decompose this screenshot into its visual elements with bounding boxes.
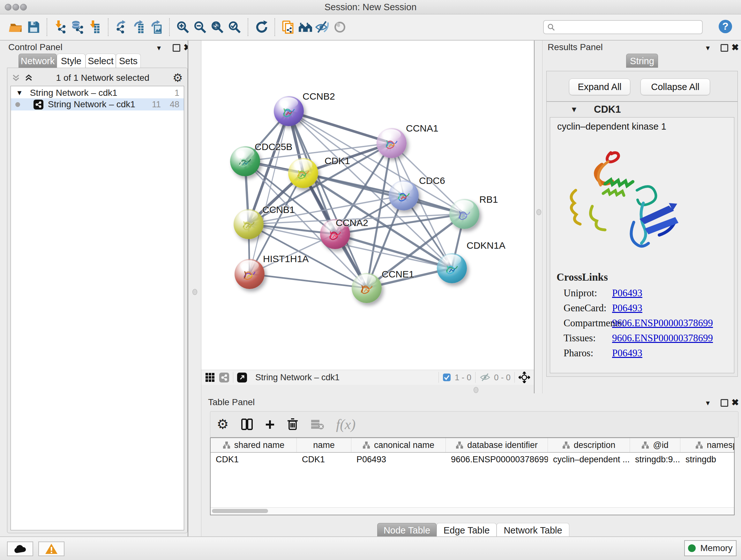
table-panel-close-icon[interactable]: ✖ — [731, 397, 739, 408]
node-label-RB1: RB1 — [479, 194, 498, 205]
save-session-button[interactable] — [25, 18, 42, 36]
expand-all-icon[interactable] — [24, 74, 33, 82]
bottom-splitter-handle[interactable] — [474, 387, 478, 393]
current-network-dot-icon — [15, 102, 20, 107]
export-table-button[interactable] — [130, 18, 147, 36]
cloud-button[interactable] — [7, 542, 33, 556]
table-panel-menu-icon[interactable]: ▾ — [706, 398, 710, 408]
table-horizontal-scrollbar[interactable] — [211, 507, 734, 515]
edge-CCNB2-CCNA1[interactable] — [289, 111, 392, 143]
import-network-from-database-button[interactable] — [69, 18, 86, 36]
right-splitter[interactable] — [534, 41, 542, 393]
show-eye-button[interactable] — [331, 18, 348, 36]
crosslink-label: GeneCard: — [563, 302, 612, 314]
zoom-out-button[interactable] — [192, 18, 209, 36]
table-panel-float-icon[interactable] — [721, 399, 728, 407]
network-node-CDK1[interactable] — [288, 158, 318, 188]
export-image-button[interactable] — [147, 18, 165, 36]
table-options-gear-icon[interactable]: ⚙ — [217, 418, 229, 431]
network-node-CCNB1[interactable] — [233, 209, 264, 239]
network-node-CCNB2[interactable] — [274, 96, 304, 126]
network-node-RB1[interactable] — [449, 199, 479, 229]
fit-center-crosshair-icon[interactable] — [519, 372, 530, 383]
node-label-CDK1: CDK1 — [325, 155, 350, 166]
network-node-CDKN1A[interactable] — [437, 253, 467, 283]
collection-expander-icon[interactable]: ▼ — [16, 89, 23, 97]
left-splitter[interactable] — [188, 41, 201, 537]
scrollbar-thumb[interactable] — [212, 509, 268, 513]
collapse-all-button[interactable]: Collapse All — [641, 78, 710, 95]
network-canvas[interactable]: CCNB2CCNA1CDC25BCDK1CDC6RB1CCNB1CCNA2CDK… — [201, 41, 534, 370]
tab-string-results[interactable]: String — [626, 54, 658, 68]
crosslink-link[interactable]: 9606.ENSP00000378699 — [612, 332, 713, 344]
network-node-CDC6[interactable] — [389, 180, 419, 210]
expand-all-button[interactable]: Expand All — [569, 78, 630, 95]
cell-namespace[interactable]: stringdb — [680, 453, 735, 466]
memory-button[interactable]: Memory — [684, 540, 737, 556]
collection-count: 1 — [175, 88, 179, 98]
column-header-canonical-name[interactable]: canonical name — [351, 438, 446, 452]
import-network-from-file-button[interactable] — [52, 18, 69, 36]
zoom-in-button[interactable] — [174, 18, 192, 36]
network-node-CCNE1[interactable] — [352, 273, 382, 303]
import-table-from-file-button[interactable] — [86, 18, 104, 36]
column-header-database-identifier[interactable]: database identifier — [446, 438, 548, 452]
tab-edge-table[interactable]: Edge Table — [436, 523, 496, 537]
tab-network[interactable]: Network — [18, 54, 57, 68]
column-header-description[interactable]: description — [548, 438, 630, 452]
results-panel-float-icon[interactable] — [721, 44, 728, 52]
export-network-button[interactable] — [113, 18, 130, 36]
network-collection-row[interactable]: ▼ String Network – cdk1 1 — [11, 87, 184, 99]
network-node-HIST1H1A[interactable] — [234, 259, 265, 289]
gene-section-expander-icon[interactable]: ▼ — [570, 105, 578, 114]
refresh-view-button[interactable] — [253, 18, 270, 36]
search-input[interactable] — [555, 22, 699, 33]
tab-sets[interactable]: Sets — [116, 54, 141, 68]
birds-eye-view-icon[interactable] — [205, 372, 215, 383]
column-header--id[interactable]: @id — [630, 438, 680, 452]
network-node-CCNA1[interactable] — [377, 128, 407, 158]
crosslink-link[interactable]: P06493 — [612, 348, 643, 359]
tab-network-table[interactable]: Network Table — [496, 523, 569, 537]
column-header-shared-name[interactable]: shared name — [211, 438, 297, 452]
crosslink-link[interactable]: 9606.ENSP00000378699 — [612, 317, 713, 329]
left-splitter-handle[interactable] — [192, 289, 197, 295]
hide-graphics-details-button[interactable] — [314, 18, 331, 36]
open-session-button[interactable] — [8, 18, 25, 36]
string-view-icon[interactable] — [219, 373, 229, 382]
warnings-button[interactable] — [38, 542, 64, 556]
tab-node-table[interactable]: Node Table — [377, 523, 436, 537]
zoom-fit-content-button[interactable] — [209, 18, 226, 36]
cell--id[interactable]: stringdb:9... — [630, 453, 680, 466]
cell-description[interactable]: cyclin–dependent ... — [548, 453, 630, 466]
help-button[interactable]: ? — [718, 18, 733, 36]
cell-database-identifier[interactable]: 9606.ENSP00000378699 — [446, 453, 548, 466]
collapse-all-icon[interactable] — [12, 74, 20, 82]
network-row-selected[interactable]: String Network – cdk1 11 48 — [11, 98, 184, 111]
string-home-button[interactable] — [297, 18, 314, 36]
tab-style[interactable]: Style — [57, 54, 85, 68]
network-list-options-gear-icon[interactable]: ⚙ — [173, 71, 183, 84]
cell-canonical-name[interactable]: P06493 — [351, 453, 446, 466]
cell-name[interactable]: CDK1 — [297, 453, 351, 466]
results-panel-menu-icon[interactable]: ▾ — [706, 44, 710, 52]
crosslink-link[interactable]: P06493 — [612, 302, 643, 314]
column-header-namespace[interactable]: namespace — [680, 438, 735, 452]
control-panel-menu-icon[interactable]: ▾ — [157, 44, 161, 52]
right-splitter-handle[interactable] — [536, 209, 541, 215]
cell-shared-name[interactable]: CDK1 — [211, 453, 297, 466]
show-columns-icon[interactable] — [241, 418, 253, 431]
selected-checkbox-icon[interactable] — [443, 373, 451, 381]
detach-view-icon[interactable] — [237, 373, 247, 382]
clone-network-button[interactable] — [280, 18, 297, 36]
edge-HIST1H1A-CCNE1[interactable] — [250, 274, 367, 288]
tab-select[interactable]: Select — [85, 54, 116, 68]
add-column-icon[interactable]: + — [265, 418, 275, 431]
control-panel-float-icon[interactable] — [173, 44, 180, 52]
zoom-selected-button[interactable] — [226, 18, 243, 36]
delete-column-trash-icon[interactable] — [287, 418, 298, 431]
results-panel-close-icon[interactable]: ✖ — [731, 42, 739, 53]
column-header-name[interactable]: name — [297, 438, 351, 452]
table-row[interactable]: CDK1CDK1P064939606.ENSP00000378699cyclin… — [211, 453, 735, 466]
crosslink-link[interactable]: P06493 — [612, 287, 643, 299]
